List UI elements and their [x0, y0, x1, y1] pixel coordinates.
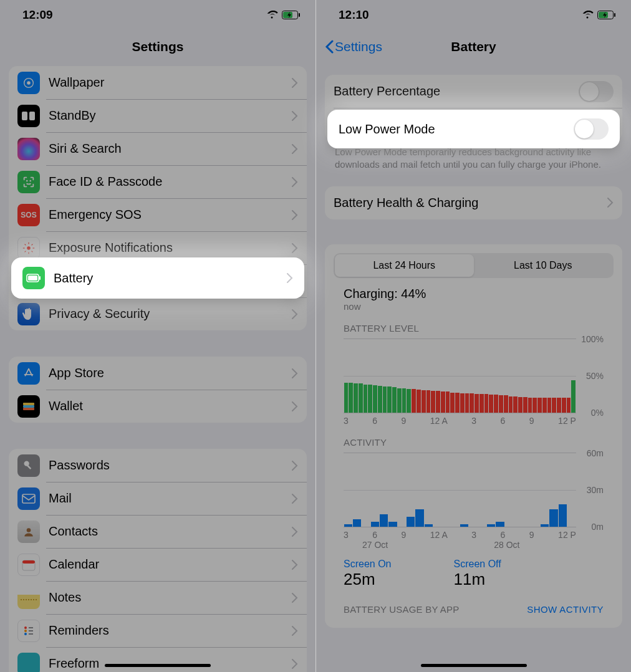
chevron-right-icon	[292, 401, 298, 411]
row-contacts[interactable]: Contacts	[9, 515, 307, 548]
row-privacy[interactable]: Privacy & Security	[9, 297, 307, 330]
svg-rect-40	[599, 12, 608, 18]
row-label: App Store	[49, 366, 292, 380]
svg-line-17	[32, 244, 33, 245]
screen-on-label: Screen On	[344, 559, 391, 570]
x-tick: 3	[471, 416, 476, 426]
row-sos[interactable]: SOS Emergency SOS	[9, 198, 307, 231]
y-label: 50%	[586, 371, 604, 381]
row-label: Emergency SOS	[49, 208, 292, 222]
x-tick: 3	[471, 530, 476, 540]
battery-full-icon	[22, 267, 45, 289]
chevron-right-icon	[292, 243, 298, 253]
svg-point-4	[27, 81, 31, 85]
activity-label: ACTIVITY	[325, 426, 622, 449]
page-title: Battery	[451, 39, 496, 54]
row-label: Contacts	[49, 524, 292, 539]
battery-stats-card: Last 24 Hours Last 10 Days Charging: 44%…	[325, 244, 622, 628]
segment-10d[interactable]: Last 10 Days	[474, 254, 613, 277]
mail-icon	[17, 487, 40, 510]
chevron-right-icon	[287, 273, 293, 283]
chevron-right-icon	[292, 309, 298, 319]
x-tick: 6	[372, 416, 377, 426]
row-passwords[interactable]: Passwords	[9, 449, 307, 482]
svg-point-31	[24, 630, 27, 632]
time-range-segmented[interactable]: Last 24 Hours Last 10 Days	[334, 253, 614, 278]
x-tick: 3	[344, 416, 349, 426]
row-battery-percentage[interactable]: Battery Percentage	[325, 75, 622, 108]
battery-charging-icon	[597, 11, 616, 19]
row-label: Passwords	[49, 458, 292, 473]
status-icons	[581, 11, 616, 19]
back-button[interactable]: Settings	[325, 39, 382, 54]
row-notes[interactable]: Notes	[9, 581, 307, 614]
highlight-low-power-mode-row[interactable]: Low Power Mode	[327, 110, 620, 148]
svg-rect-2	[299, 13, 300, 17]
row-label: Exposure Notifications	[49, 241, 292, 255]
toggle-battery-percentage[interactable]	[579, 81, 614, 102]
row-label: Face ID & Passcode	[49, 175, 292, 189]
chevron-left-icon	[325, 40, 334, 54]
x-tick: 9	[402, 530, 407, 540]
row-wallet[interactable]: Wallet	[9, 390, 307, 423]
svg-rect-22	[23, 405, 34, 408]
y-label: 100%	[581, 334, 604, 344]
svg-rect-6	[29, 112, 35, 120]
settings-group-3: Passwords Mail Contacts Calendar	[9, 449, 307, 672]
siri-icon	[17, 138, 40, 160]
screen-off-label: Screen Off	[453, 559, 501, 570]
row-mail[interactable]: Mail	[9, 482, 307, 515]
row-calendar[interactable]: Calendar	[9, 548, 307, 581]
back-label: Settings	[335, 39, 382, 54]
row-appstore[interactable]: App Store	[9, 357, 307, 390]
settings-nav: Settings	[0, 30, 316, 64]
standby-icon	[17, 105, 40, 127]
row-faceid[interactable]: Face ID & Passcode	[9, 165, 307, 198]
row-label: Wallpaper	[49, 75, 292, 90]
chevron-right-icon	[292, 78, 298, 88]
battery-nav: Settings Battery	[316, 30, 631, 64]
appstore-icon	[17, 362, 40, 385]
svg-line-14	[25, 244, 26, 245]
svg-rect-5	[22, 112, 27, 120]
toggle-low-power-mode[interactable]	[574, 118, 609, 140]
screen-off-value: 11m	[453, 570, 501, 589]
row-label: Mail	[49, 491, 292, 506]
row-reminders[interactable]: Reminders	[9, 614, 307, 647]
segment-24h[interactable]: Last 24 Hours	[335, 254, 474, 277]
x-tick: 12 A	[430, 416, 448, 426]
home-indicator[interactable]	[105, 664, 211, 667]
exposure-icon	[17, 237, 40, 259]
highlight-battery-row[interactable]: Battery	[11, 257, 304, 299]
activity-chart: 60m 30m 0m 3 6 9 12 A 3 6 9 12 P 27 Oct …	[344, 453, 604, 550]
battery-screen: 12:10 Settings Battery Battery Percentag…	[316, 0, 631, 672]
x-tick: 6	[501, 416, 506, 426]
wallet-icon	[17, 395, 40, 418]
date-label: 28 Oct	[494, 540, 519, 550]
row-battery-health[interactable]: Battery Health & Charging	[325, 186, 622, 219]
status-time: 12:10	[339, 8, 369, 22]
chevron-right-icon	[292, 494, 298, 504]
row-label: Low Power Mode	[339, 122, 574, 137]
svg-point-8	[30, 180, 31, 181]
settings-group-2: App Store Wallet	[9, 357, 307, 423]
row-wallpaper[interactable]: Wallpaper	[9, 66, 307, 99]
row-standby[interactable]: StandBy	[9, 99, 307, 132]
calendar-icon	[17, 554, 40, 576]
home-indicator[interactable]	[421, 664, 527, 667]
row-label: Battery Health & Charging	[334, 196, 607, 210]
svg-rect-41	[614, 13, 615, 17]
chevron-right-icon	[292, 527, 298, 537]
row-siri[interactable]: Siri & Search	[9, 132, 307, 165]
chevron-right-icon	[292, 461, 298, 471]
status-bar: 12:10	[316, 0, 631, 30]
x-tick: 9	[529, 530, 534, 540]
charging-status: Charging: 44%	[325, 278, 622, 301]
svg-point-32	[24, 633, 27, 635]
wallpaper-icon	[17, 72, 40, 94]
row-label: Calendar	[49, 557, 292, 572]
y-label: 60m	[587, 448, 604, 458]
chevron-right-icon	[292, 626, 298, 636]
show-activity-button[interactable]: SHOW ACTIVITY	[527, 604, 622, 615]
row-freeform[interactable]: Freeform	[9, 647, 307, 672]
